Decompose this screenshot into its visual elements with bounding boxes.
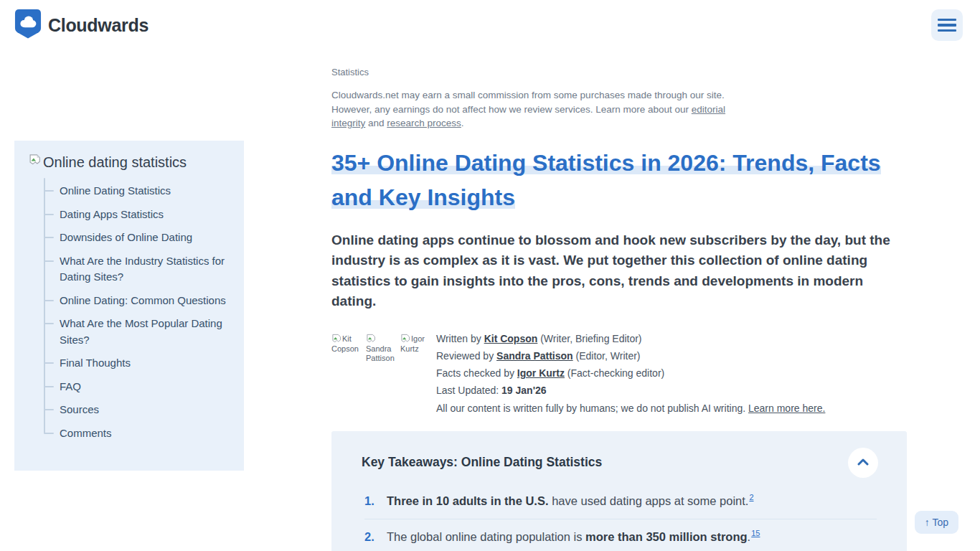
breadcrumb[interactable]: Statistics bbox=[331, 67, 907, 77]
takeaway-item: 2. The global online dating population i… bbox=[364, 519, 877, 551]
author-byline: Kit Copson Sandra Pattison Igor Kurtz Wr… bbox=[331, 330, 907, 417]
toc-item[interactable]: Sources bbox=[60, 398, 231, 422]
disclaimer-period: . bbox=[461, 118, 464, 128]
toc-item[interactable]: What Are the Industry Statistics for Dat… bbox=[60, 250, 231, 289]
takeaway-number: 2. bbox=[364, 529, 387, 545]
takeaway-text: Three in 10 adults in the U.S. have used… bbox=[387, 493, 754, 509]
reference-link[interactable]: 2 bbox=[749, 493, 753, 501]
last-updated-value: 19 Jan'26 bbox=[501, 385, 547, 396]
key-takeaways-box: Key Takeaways: Online Dating Statistics … bbox=[331, 431, 907, 551]
back-to-top-button[interactable]: ↑ Top bbox=[915, 511, 958, 534]
toc-item[interactable]: Downsides of Online Dating bbox=[60, 226, 231, 250]
toc-item[interactable]: Final Thoughts bbox=[60, 352, 231, 375]
reviewed-by-line: Reviewed by Sandra Pattison (Editor, Wri… bbox=[436, 347, 825, 364]
menu-button[interactable] bbox=[931, 9, 963, 41]
disclaimer-joiner: and bbox=[365, 118, 387, 128]
toc-list: Online Dating Statistics Dating Apps Sta… bbox=[44, 176, 231, 445]
fact-checker-link[interactable]: Igor Kurtz bbox=[517, 367, 565, 379]
toc-item[interactable]: Online Dating: Common Questions bbox=[60, 289, 231, 313]
author-avatar[interactable]: Igor Kurtz bbox=[400, 334, 431, 368]
article-main: Statistics Cloudwards.net may earn a sma… bbox=[331, 61, 907, 551]
toc-item[interactable]: Dating Apps Statistics bbox=[60, 203, 231, 227]
author-avatar[interactable]: Sandra Pattison bbox=[366, 334, 397, 368]
human-content-line: All our content is written fully by huma… bbox=[436, 400, 825, 417]
toc-item[interactable]: What Are the Most Popular Dating Sites? bbox=[60, 312, 231, 352]
page-title: 35+ Online Dating Statistics in 2026: Tr… bbox=[331, 146, 907, 215]
site-header: Cloudwards bbox=[0, 0, 980, 50]
affiliate-disclaimer: Cloudwards.net may earn a small commissi… bbox=[331, 88, 745, 131]
toc-item[interactable]: FAQ bbox=[60, 375, 231, 399]
disclaimer-text: Cloudwards.net may earn a small commissi… bbox=[331, 90, 725, 115]
toc-image-placeholder: Online dating statistics bbox=[29, 154, 231, 171]
toc-item[interactable]: Online Dating Statistics bbox=[60, 179, 231, 203]
toc-image-alt: Online dating statistics bbox=[43, 154, 187, 171]
collapse-button[interactable] bbox=[848, 448, 878, 478]
takeaway-number: 1. bbox=[364, 493, 387, 509]
author-avatar[interactable]: Kit Copson bbox=[331, 334, 362, 368]
chevron-up-icon bbox=[857, 457, 869, 468]
editor-link[interactable]: Sandra Pattison bbox=[496, 350, 573, 362]
key-takeaways-title: Key Takeaways: Online Dating Statistics bbox=[362, 455, 602, 470]
broken-image-icon bbox=[29, 154, 41, 171]
cloudwards-logo[interactable]: Cloudwards bbox=[14, 9, 149, 42]
research-process-link[interactable]: research process bbox=[387, 118, 461, 128]
toc-item[interactable]: Comments bbox=[60, 422, 231, 446]
facts-checked-line: Facts checked by Igor Kurtz (Fact-checki… bbox=[436, 364, 825, 382]
toc-sidebar: Online dating statistics Online Dating S… bbox=[14, 141, 244, 471]
author-avatars: Kit Copson Sandra Pattison Igor Kurtz bbox=[331, 330, 436, 417]
byline-lines: Written by Kit Copson (Writer, Briefing … bbox=[436, 330, 825, 417]
takeaway-text: The global online dating population is m… bbox=[387, 529, 760, 545]
reference-link[interactable]: 15 bbox=[751, 529, 760, 537]
logo-shield-icon bbox=[14, 9, 42, 42]
takeaway-item: 1. Three in 10 adults in the U.S. have u… bbox=[364, 484, 877, 519]
written-by-line: Written by Kit Copson (Writer, Briefing … bbox=[436, 330, 825, 347]
key-takeaways-header: Key Takeaways: Online Dating Statistics bbox=[362, 448, 877, 478]
learn-more-link[interactable]: Learn more here. bbox=[748, 402, 825, 414]
intro-paragraph: Online dating apps continue to blossom a… bbox=[331, 230, 900, 312]
logo-text: Cloudwards bbox=[48, 15, 149, 36]
takeaways-list: 1. Three in 10 adults in the U.S. have u… bbox=[362, 484, 877, 551]
author-link[interactable]: Kit Copson bbox=[484, 333, 538, 344]
last-updated-line: Last Updated: 19 Jan'26 bbox=[436, 382, 825, 399]
